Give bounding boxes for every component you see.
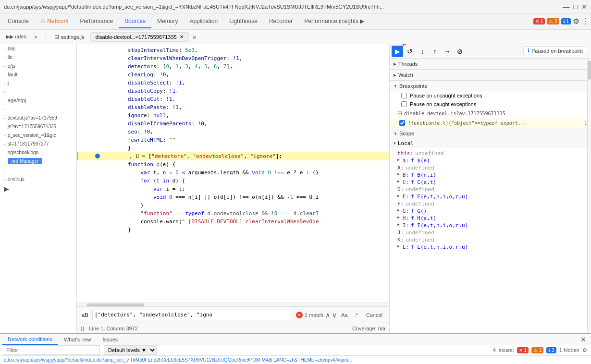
- pretty-print-btn[interactable]: {}: [81, 326, 84, 331]
- scope-item-dollar[interactable]: ▶ $: f $(e): [390, 157, 591, 164]
- sidebar-item-jsav[interactable]: - js?av=1717559671335: [0, 122, 76, 131]
- step-out-btn[interactable]: ↑: [429, 46, 441, 57]
- code-editor: stopIntervalTime: 5e3, clearIntervalWhen…: [77, 44, 389, 333]
- sidebar-item-fault[interactable]: - fault: [0, 70, 76, 79]
- scope-item-i[interactable]: ▶ I: f I(e,t,n,i,o,r,u): [390, 222, 591, 229]
- level-select[interactable]: Default levels ▼: [104, 345, 157, 355]
- scope-item-g[interactable]: ▶ G: f G(): [390, 207, 591, 215]
- more-icon[interactable]: ⋮: [43, 34, 49, 40]
- line-content: seo: !0,: [100, 128, 389, 136]
- sidebar-item-empty1[interactable]: -: [0, 87, 76, 96]
- scope-item-e[interactable]: ▶ E: f E(e,t,n,i,o,r,u): [390, 193, 591, 200]
- scope-item-b[interactable]: ▶ B: f B(n,i): [390, 171, 591, 179]
- tab-network[interactable]: ⚠ Network: [35, 15, 74, 28]
- search-input[interactable]: [92, 310, 294, 320]
- pause-uncaught-checkbox[interactable]: [401, 93, 407, 98]
- sidebar-item-label: blic: [8, 46, 16, 51]
- scope-item-c[interactable]: ▶ C: f C(e,t): [390, 179, 591, 186]
- match-case-btn[interactable]: Aa: [339, 311, 350, 319]
- step-btn[interactable]: →: [442, 46, 453, 57]
- scope-item-l[interactable]: ▶ L: f L(e,t,n,i,o,r,u): [390, 243, 591, 251]
- close-bottom-panel-btn[interactable]: ✕: [578, 336, 589, 343]
- deactivate-bp-btn[interactable]: ⊘: [454, 46, 466, 57]
- tab-performance-insights[interactable]: Performance insights ▶: [298, 15, 370, 28]
- tab-application[interactable]: Application: [184, 15, 223, 28]
- threads-header[interactable]: ▶ Threads: [390, 59, 591, 69]
- scope-header[interactable]: ▼ Scope: [390, 128, 591, 139]
- sidebar-expand-btn[interactable]: ▶: [0, 183, 76, 194]
- code-line: void 0 === n[i] || o(d[i]) !== o(n[i]) &…: [77, 193, 389, 201]
- tab-performance[interactable]: Performance: [74, 15, 119, 28]
- debug-panel-scrollbar[interactable]: [587, 59, 591, 333]
- sidebar-item-psec[interactable]: - p_sec_version_=1&gic: [0, 131, 76, 139]
- code-line: disableIframeParents: !0,: [77, 120, 389, 128]
- horizontal-scrollbar[interactable]: [77, 303, 389, 306]
- bottom-settings-icon[interactable]: ⚙: [582, 347, 587, 353]
- step-into-btn[interactable]: ↓: [417, 46, 428, 57]
- line-content: disableSelect: !1,: [100, 79, 389, 87]
- line-content: console.warn(" [DISABLE-DEVTOOL] clearIn…: [100, 218, 389, 226]
- bottom-tab-whats-new[interactable]: What's new: [58, 335, 97, 344]
- more-options-icon[interactable]: ⋮: [581, 17, 589, 26]
- tab-sources[interactable]: Sources: [119, 15, 151, 28]
- pause-caught-checkbox[interactable]: [401, 101, 407, 107]
- debug-scrollbar-thumb[interactable]: [588, 61, 591, 80]
- clear-search-btn[interactable]: ✕: [296, 312, 303, 318]
- sidebar-item-cjs[interactable]: - c/js: [0, 61, 76, 70]
- pause-caught-label: Pause on caught exceptions: [410, 101, 476, 107]
- scope-item-h[interactable]: ▶ H: f H(e,t): [390, 215, 591, 222]
- scope-item-k[interactable]: K: undefined: [390, 236, 591, 243]
- scope-val: f H(e,t): [411, 215, 436, 221]
- sidebar-item-devtooljs[interactable]: - devtool.js?av=1717559: [0, 113, 76, 122]
- overrides-tab-rides[interactable]: ▶▶ rides: [2, 32, 30, 42]
- sidebar-item-label: eners.js: [8, 176, 25, 182]
- next-match-btn[interactable]: ∨: [332, 311, 337, 319]
- breakpoints-header[interactable]: ▼ Breakpoints: [390, 81, 591, 91]
- bottom-tab-issues[interactable]: Issues: [97, 335, 123, 344]
- bp-item-checkbox[interactable]: [399, 120, 405, 126]
- tab-console[interactable]: Console: [2, 15, 35, 28]
- close-btn[interactable]: ✕: [581, 3, 587, 11]
- local-scope-header[interactable]: ▼ Local: [390, 139, 591, 148]
- issues-hidden: 1 hidden: [559, 347, 579, 353]
- sidebar-item-empty2[interactable]: -: [0, 105, 76, 113]
- sidebar-item-ordmanager[interactable]: - ord Manager |: [0, 157, 76, 166]
- resume-btn[interactable]: ▶: [392, 46, 403, 57]
- paused-badge: ℹ Paused on breakpoint: [523, 46, 587, 55]
- regex-btn[interactable]: .*: [352, 311, 360, 319]
- settings-gear-icon[interactable]: ⚙: [573, 17, 579, 26]
- search-replace-icon[interactable]: aB: [80, 310, 90, 320]
- filter-input[interactable]: [4, 345, 100, 355]
- watch-header[interactable]: ▶ Watch: [390, 70, 591, 80]
- scope-item-a[interactable]: A: undefined: [390, 164, 591, 171]
- bottom-panel-tabs: Network conditions What's new Issues ✕: [0, 334, 591, 345]
- minimize-btn[interactable]: —: [563, 3, 570, 11]
- cancel-search-btn[interactable]: Cancel: [362, 311, 386, 319]
- more-file-tabs-btn[interactable]: »: [193, 33, 197, 41]
- close-tab-icon[interactable]: ✕: [180, 34, 184, 39]
- h-scrollbar-thumb[interactable]: [86, 303, 144, 306]
- scope-item-j[interactable]: J: undefined: [390, 229, 591, 236]
- scope-item-this[interactable]: this: undefined: [390, 150, 591, 157]
- breakpoint-line: , U = ["detectors", "ondevtoolclose", "i…: [77, 152, 389, 160]
- settings-js-tab[interactable]: settings.js: [61, 34, 85, 40]
- sidebar-item-empty3[interactable]: -: [0, 166, 76, 174]
- scope-item-d[interactable]: D: undefined: [390, 186, 591, 193]
- sidebar-item-ngschool[interactable]: - ng/school/logo: [0, 148, 76, 157]
- scope-item-f[interactable]: F: undefined: [390, 200, 591, 207]
- sidebar-item-agestpj[interactable]: - age/stpj: [0, 96, 76, 105]
- tab-recorder[interactable]: Recorder: [263, 15, 298, 28]
- tab-memory[interactable]: Memory: [151, 15, 184, 28]
- sidebar-item-lic[interactable]: - lic: [0, 53, 76, 61]
- sidebar-item-blic[interactable]: - blic: [0, 44, 76, 53]
- bottom-tab-network-conditions[interactable]: Network conditions: [2, 334, 58, 345]
- more-tabs-btn[interactable]: »: [32, 32, 39, 42]
- tab-lighthouse[interactable]: Lighthouse: [223, 15, 263, 28]
- prev-match-btn[interactable]: ∧: [325, 311, 330, 319]
- restore-btn[interactable]: □: [574, 3, 578, 11]
- code-line: }: [77, 144, 389, 152]
- sidebar-item-st[interactable]: - st=1718117597277: [0, 139, 76, 148]
- sidebar-item-j[interactable]: - j: [0, 79, 76, 87]
- disable-devtool-tab[interactable]: disable-devtool...=1717559671335 ✕: [90, 32, 189, 42]
- sidebar-item-eners[interactable]: - eners.js: [0, 174, 76, 183]
